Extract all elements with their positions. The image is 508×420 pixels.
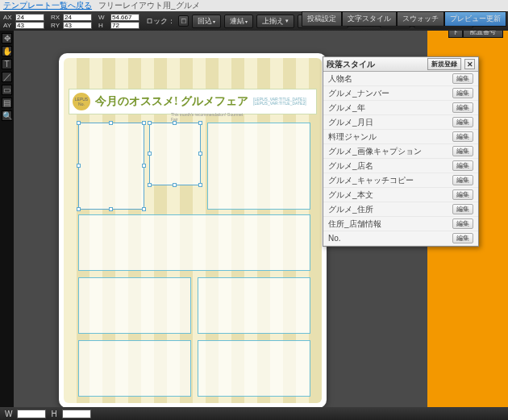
rect-tool-icon[interactable]: ▭ — [2, 85, 12, 95]
page: LEPUS No. 今月のオススメ! グルメフェア This month's r… — [59, 53, 327, 407]
style-name: 人物名 — [328, 73, 352, 85]
style-name: グルメ_画像キャプション — [328, 146, 422, 157]
image-tool-icon[interactable]: ▤ — [2, 98, 12, 108]
status-w-input[interactable] — [17, 410, 46, 418]
main-toolbar: AX AY RX RY W H ロック： □ 回込▾ 連結▾ 上揃え▾ 自動段間… — [0, 11, 508, 31]
edit-button[interactable]: 編集 — [452, 204, 473, 214]
status-bar: W H — [0, 407, 508, 420]
status-h-label: H — [51, 410, 56, 418]
style-row[interactable]: No.編集 — [323, 231, 478, 246]
edit-button[interactable]: 編集 — [452, 146, 473, 156]
style-row[interactable]: グルメ_ナンバー編集 — [323, 86, 478, 101]
ay-input[interactable] — [15, 22, 44, 29]
style-row[interactable]: 住所_店舗情報編集 — [323, 217, 478, 231]
style-row[interactable]: グルメ_本文編集 — [323, 188, 478, 202]
style-name: グルメ_住所 — [328, 204, 373, 215]
file-name: フリーレイアウト用_グルメ — [98, 0, 200, 11]
title-frame[interactable]: LEPUS No. 今月のオススメ! グルメフェア This month's r… — [69, 89, 317, 114]
style-row[interactable]: 料理ジャンル編集 — [323, 130, 478, 144]
w-input[interactable] — [110, 14, 139, 21]
style-name: 料理ジャンル — [328, 131, 377, 143]
w-label: W — [98, 14, 110, 21]
tab-preview-update[interactable]: プレビュー更新 — [444, 11, 506, 27]
style-name: グルメ_ナンバー — [328, 88, 389, 99]
style-name: グルメ_月日 — [328, 117, 373, 128]
h-label: H — [98, 22, 110, 29]
wrap-btn[interactable]: 回込▾ — [192, 15, 221, 28]
canvas[interactable]: ト 配置番号 LEPUS No. 今月のオススメ! グルメフェア This mo… — [14, 31, 508, 407]
rx-input[interactable] — [63, 14, 92, 21]
panel-body: 人物名編集グルメ_ナンバー編集グルメ_年編集グルメ_月日編集料理ジャンル編集グル… — [323, 72, 478, 246]
ax-label: AX — [3, 14, 15, 21]
lock-label: ロック： — [146, 16, 175, 27]
zoom-tool-icon[interactable]: 🔍 — [2, 110, 12, 121]
close-icon[interactable]: ✕ — [464, 59, 475, 69]
tab-char-style[interactable]: 文字スタイル — [342, 11, 397, 27]
side-tab-1[interactable]: ト — [448, 31, 463, 38]
breadcrumb: テンプレート一覧へ戻る フリーレイアウト用_グルメ — [0, 0, 508, 11]
text-frame-2[interactable] — [78, 214, 310, 271]
new-register-button[interactable]: 新規登録 — [427, 58, 461, 70]
style-name: 住所_店舗情報 — [328, 218, 381, 230]
tool-sidebar: ✥ ✋ T ／ ▭ ▤ 🔍 — [0, 31, 14, 407]
style-row[interactable]: 人物名編集 — [323, 72, 478, 86]
edit-button[interactable]: 編集 — [452, 73, 473, 84]
text-frame-5[interactable] — [78, 340, 191, 397]
ay-label: AY — [3, 22, 15, 29]
style-row[interactable]: グルメ_月日編集 — [323, 115, 478, 130]
style-row[interactable]: グルメ_店名編集 — [323, 159, 478, 173]
text-frame-1[interactable] — [207, 123, 310, 210]
align-btn[interactable]: 上揃え▾ — [256, 15, 294, 28]
style-name: グルメ_キャッチコピー — [328, 175, 414, 186]
pointer-tool-icon[interactable]: ✥ — [2, 33, 12, 44]
badge-icon: LEPUS No. — [73, 93, 90, 110]
style-name: グルメ_本文 — [328, 189, 373, 201]
edit-button[interactable]: 編集 — [452, 131, 473, 142]
title-tag-2: [LEPUS_VAR:TITLE_DATE2] — [253, 102, 306, 106]
edit-button[interactable]: 編集 — [452, 233, 473, 243]
text-frame-4[interactable] — [198, 277, 310, 334]
ry-input[interactable] — [63, 22, 92, 29]
panel-header[interactable]: 段落スタイル 新規登録 ✕ — [323, 57, 478, 72]
side-tab-2[interactable]: 配置番号 — [463, 31, 503, 38]
edit-button[interactable]: 編集 — [452, 189, 473, 200]
status-h-input[interactable] — [62, 410, 91, 418]
edit-button[interactable]: 編集 — [452, 102, 473, 113]
tab-swatch[interactable]: スウォッチ — [397, 11, 444, 27]
hand-tool-icon[interactable]: ✋ — [2, 46, 12, 56]
panel-title: 段落スタイル — [327, 59, 375, 70]
tab-post-settings[interactable]: 投稿設定 — [302, 11, 342, 27]
image-frame-selected-1[interactable] — [78, 123, 144, 210]
status-w-label: W — [5, 410, 12, 418]
edit-button[interactable]: 編集 — [452, 160, 473, 171]
line-tool-icon[interactable]: ／ — [2, 72, 12, 82]
rx-label: RX — [51, 14, 62, 21]
edit-button[interactable]: 編集 — [452, 218, 473, 229]
style-row[interactable]: グルメ_画像キャプション編集 — [323, 144, 478, 159]
ax-input[interactable] — [15, 14, 44, 21]
style-row[interactable]: グルメ_年編集 — [323, 101, 478, 115]
text-frame-3[interactable] — [78, 277, 191, 334]
title-sub: This month's recommendation! Gourmet Fai… — [171, 112, 248, 122]
paragraph-style-panel: 段落スタイル 新規登録 ✕ 人物名編集グルメ_ナンバー編集グルメ_年編集グルメ_… — [323, 56, 479, 247]
text-frame-6[interactable] — [198, 340, 310, 397]
style-row[interactable]: グルメ_住所編集 — [323, 202, 478, 217]
edit-button[interactable]: 編集 — [452, 117, 473, 127]
title-text: 今月のオススメ! グルメフェア — [95, 94, 248, 109]
h-input[interactable] — [110, 22, 139, 29]
lock-toggle[interactable]: □ — [178, 15, 189, 27]
text-tool-icon[interactable]: T — [2, 59, 12, 69]
style-name: グルメ_年 — [328, 102, 365, 114]
style-name: No. — [328, 234, 341, 243]
style-name: グルメ_店名 — [328, 160, 373, 172]
edit-button[interactable]: 編集 — [452, 88, 473, 98]
image-frame-selected-2[interactable] — [149, 123, 201, 185]
style-row[interactable]: グルメ_キャッチコピー編集 — [323, 173, 478, 188]
ry-label: RY — [51, 22, 62, 29]
edit-button[interactable]: 編集 — [452, 175, 473, 185]
back-link[interactable]: テンプレート一覧へ戻る — [3, 0, 92, 11]
link-btn[interactable]: 連結▾ — [224, 15, 253, 28]
